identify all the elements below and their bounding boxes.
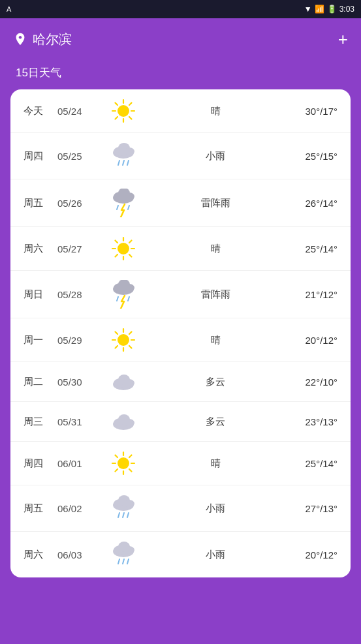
weather-desc: 小雨: [142, 502, 289, 515]
svg-line-13: [118, 161, 119, 165]
svg-line-62: [116, 469, 118, 472]
city-name: 哈尔滨: [33, 31, 72, 48]
day-label: 周五: [24, 502, 57, 515]
svg-line-67: [118, 513, 119, 517]
date-label: 05/29: [57, 335, 104, 346]
day-label: 周四: [24, 150, 57, 162]
temperature-range: 30°/17°: [289, 106, 337, 117]
temperature-range: 25°/14°: [289, 458, 337, 469]
weather-icon: [104, 371, 142, 392]
svg-line-14: [123, 161, 124, 165]
date-label: 05/26: [57, 198, 104, 209]
svg-line-27: [116, 241, 118, 243]
weather-row: 今天 05/24 晴 30°/17°: [10, 89, 351, 133]
status-bar: A ▼ 📶 🔋 3:03: [0, 0, 361, 18]
day-label: 今天: [24, 105, 57, 117]
weather-desc: 雷阵雨: [142, 288, 289, 301]
temperature-range: 25°/15°: [289, 151, 337, 162]
wifi-icon: 📶: [315, 5, 324, 14]
weather-desc: 小雨: [142, 150, 289, 162]
date-label: 06/02: [57, 503, 104, 514]
svg-line-68: [123, 513, 124, 517]
weather-icon: [104, 411, 142, 432]
date-label: 05/25: [57, 151, 104, 162]
location-pin-icon: [13, 32, 27, 46]
day-label: 周六: [24, 243, 57, 255]
day-label: 周日: [24, 288, 57, 301]
weather-icon: [104, 495, 142, 522]
svg-point-34: [124, 284, 134, 292]
day-label: 周五: [24, 197, 57, 209]
day-label: 周六: [24, 549, 57, 561]
weather-desc: 晴: [142, 105, 289, 117]
time-label: 3:03: [339, 5, 354, 14]
weather-row: 周四 05/25 小雨 25°/15°: [10, 133, 351, 179]
svg-line-75: [123, 559, 124, 564]
weather-row: 周三 05/31 多云 23°/13°: [10, 402, 351, 442]
section-title: 15日天气: [0, 60, 361, 89]
weather-desc: 小雨: [142, 549, 289, 561]
temperature-range: 20°/12°: [289, 549, 337, 560]
date-label: 05/24: [57, 106, 104, 117]
day-label: 周二: [24, 376, 57, 388]
svg-point-12: [124, 147, 134, 155]
day-label: 周三: [24, 416, 57, 428]
temperature-range: 27°/13°: [289, 503, 337, 514]
temperature-range: 21°/12°: [289, 289, 337, 300]
svg-point-66: [124, 500, 134, 508]
weather-row: 周日 05/28 雷阵雨 21°/12°: [10, 271, 351, 318]
svg-line-61: [129, 455, 132, 458]
svg-line-36: [128, 297, 129, 301]
weather-icon: [104, 236, 142, 261]
weather-row: 周五 06/02 小雨 27°/13°: [10, 485, 351, 532]
svg-point-73: [124, 546, 134, 554]
weather-icon: [104, 99, 142, 123]
temperature-range: 20°/12°: [289, 335, 337, 346]
weather-row: 周二 05/30 多云 22°/10°: [10, 362, 351, 402]
svg-line-7: [129, 103, 132, 106]
location-display: 哈尔滨: [13, 31, 72, 48]
svg-line-20: [117, 206, 118, 209]
signal-icon: ▼: [304, 5, 312, 14]
battery-icon: 🔋: [327, 5, 337, 14]
weather-icon: [104, 328, 142, 352]
weather-row: 周六 05/27 晴 25°/14°: [10, 227, 351, 271]
svg-line-28: [129, 254, 132, 257]
header: 哈尔滨 +: [0, 18, 361, 60]
temperature-range: 26°/14°: [289, 198, 337, 209]
weather-desc: 多云: [142, 376, 289, 388]
temperature-range: 25°/14°: [289, 243, 337, 254]
svg-line-45: [116, 346, 118, 348]
add-city-button[interactable]: +: [338, 29, 348, 50]
date-label: 06/03: [57, 549, 104, 560]
svg-line-60: [129, 469, 132, 472]
weather-icon: [104, 142, 142, 170]
svg-line-21: [128, 206, 129, 209]
svg-point-22: [118, 243, 129, 254]
status-app-label: A: [7, 5, 11, 13]
svg-point-37: [118, 334, 129, 346]
date-label: 06/01: [57, 458, 104, 469]
svg-point-19: [124, 192, 134, 200]
weather-icon: [104, 189, 142, 217]
svg-line-74: [118, 559, 119, 564]
day-label: 周四: [24, 457, 57, 470]
temperature-range: 22°/10°: [289, 376, 337, 388]
weather-desc: 多云: [142, 416, 289, 428]
date-label: 05/30: [57, 376, 104, 388]
weather-desc: 晴: [142, 243, 289, 255]
weather-row: 周四 06/01 晴 25°/14°: [10, 442, 351, 485]
svg-line-8: [116, 117, 118, 119]
svg-line-35: [117, 297, 118, 301]
weather-row: 周一 05/29 晴 20°/12°: [10, 318, 351, 362]
svg-line-5: [116, 103, 118, 106]
day-label: 周一: [24, 334, 57, 346]
svg-point-0: [118, 105, 129, 117]
weather-desc: 晴: [142, 334, 289, 346]
date-label: 05/31: [57, 416, 104, 427]
date-label: 05/27: [57, 243, 104, 254]
svg-line-30: [116, 254, 118, 257]
date-label: 05/28: [57, 289, 104, 300]
svg-line-69: [127, 513, 129, 517]
svg-line-42: [116, 332, 118, 335]
